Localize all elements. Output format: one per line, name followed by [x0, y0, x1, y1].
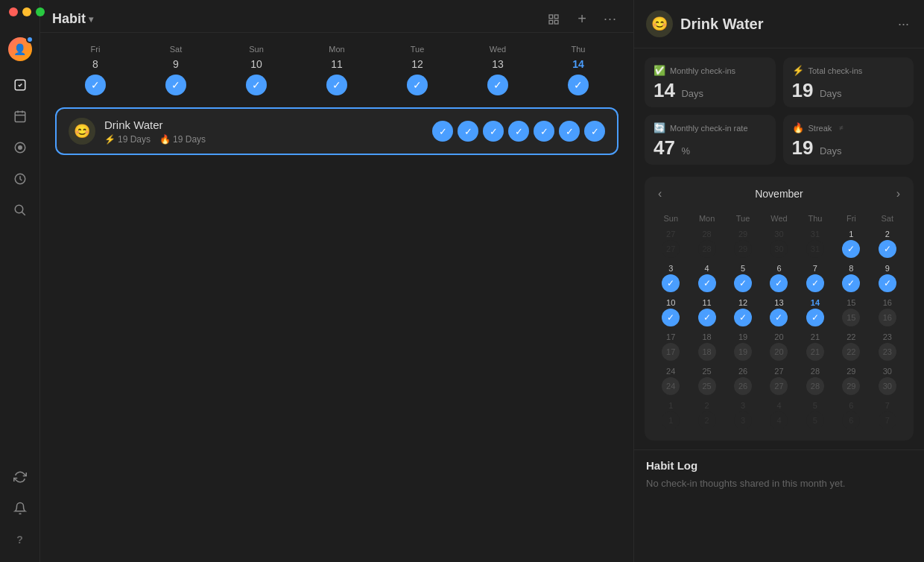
calendar-check-dot: ✓ — [734, 274, 752, 292]
sidebar-item-bell[interactable] — [7, 495, 34, 522]
calendar-day[interactable]: 4✓ — [689, 262, 724, 294]
more-options-button[interactable]: ··· — [599, 8, 621, 31]
streak-days-value: 19 — [792, 136, 814, 159]
right-panel: 😊 Drink Water ··· ✅ Monthly check-ins 14… — [633, 0, 924, 562]
check-circle-icon: ✅ — [654, 65, 665, 76]
calendar-day[interactable]: 77 — [870, 399, 905, 432]
stat-card-total-checkins: ⚡ Total check-ins 19 Days — [783, 57, 914, 107]
maximize-button[interactable] — [36, 7, 45, 16]
stat-value-monthly: 14 Days — [654, 80, 767, 100]
day-label: Mon — [329, 45, 344, 54]
close-button[interactable] — [9, 7, 18, 16]
habit-info: Drink Water ⚡ 19 Days 🔥 19 Days — [104, 119, 423, 145]
sidebar-item-calendar[interactable] — [7, 103, 34, 130]
habit-day-check[interactable]: ✓ — [559, 121, 580, 142]
calendar-day[interactable]: 8✓ — [834, 262, 868, 294]
day-column: Sun 10 ✓ — [216, 45, 297, 95]
calendar-day[interactable]: 2929 — [726, 227, 760, 260]
add-button[interactable]: + — [571, 8, 593, 31]
habit-item-drink-water[interactable]: 😊 Drink Water ⚡ 19 Days 🔥 19 Days ✓✓✓✓✓✓… — [55, 107, 618, 155]
habit-day-check[interactable]: ✓ — [584, 121, 605, 142]
sidebar-item-help[interactable]: ? — [7, 526, 34, 553]
calendar-day[interactable]: 44 — [762, 399, 796, 432]
calendar-day[interactable]: 2525 — [689, 364, 724, 397]
calendar-day[interactable]: 2626 — [726, 364, 760, 397]
day-check[interactable]: ✓ — [487, 75, 508, 95]
calendar-day[interactable]: 6✓ — [762, 262, 796, 294]
calendar-day[interactable]: 5✓ — [726, 262, 760, 294]
right-panel-more-button[interactable]: ··· — [895, 13, 912, 35]
calendar-day[interactable]: 2828 — [689, 227, 724, 260]
minimize-button[interactable] — [22, 7, 31, 16]
habit-day-check[interactable]: ✓ — [534, 121, 554, 142]
calendar-day[interactable]: 2020 — [762, 330, 796, 363]
calendar-day[interactable]: 2222 — [834, 330, 868, 363]
calendar-day[interactable]: 1818 — [689, 330, 724, 363]
calendar-day[interactable]: 55 — [798, 399, 832, 432]
calendar-day[interactable]: 33 — [726, 399, 760, 432]
calendar-empty-dot: 25 — [698, 377, 716, 395]
calendar-day[interactable]: 2727 — [654, 227, 688, 260]
calendar-day-number: 15 — [847, 298, 855, 307]
stat-card-checkin-rate: 🔄 Monthly check-in rate 47 % — [645, 115, 776, 165]
calendar-day[interactable]: 2727 — [762, 364, 796, 397]
calendar-empty-dot: 21 — [806, 343, 824, 361]
day-check[interactable]: ✓ — [568, 75, 589, 95]
calendar-day[interactable]: 2929 — [834, 364, 868, 397]
day-check[interactable]: ✓ — [246, 75, 267, 95]
calendar-day[interactable]: 1717 — [654, 330, 688, 363]
calendar-day[interactable]: 1919 — [726, 330, 760, 363]
avatar[interactable]: 👤 — [8, 37, 32, 61]
sidebar-item-refresh[interactable] — [7, 464, 34, 490]
calendar-check-dot: ✓ — [698, 274, 716, 292]
calendar-day[interactable]: 66 — [834, 399, 868, 432]
calendar-header: ‹ November › — [654, 186, 905, 202]
day-label: Sun — [249, 45, 264, 54]
calendar-day[interactable]: 3131 — [798, 227, 832, 260]
calendar-day[interactable]: 3030 — [870, 364, 905, 397]
calendar-day-number: 25 — [703, 367, 712, 376]
calendar-day[interactable]: 3✓ — [654, 262, 688, 294]
habit-day-check[interactable]: ✓ — [432, 121, 453, 142]
calendar-day[interactable]: 13✓ — [762, 296, 796, 329]
sidebar-item-clock[interactable] — [7, 165, 34, 192]
calendar-day[interactable]: 14✓ — [798, 296, 832, 329]
sidebar-item-checkbox[interactable] — [7, 72, 34, 98]
habit-day-check[interactable]: ✓ — [458, 121, 478, 142]
svg-line-9 — [22, 212, 25, 215]
calendar-next-button[interactable]: › — [892, 186, 905, 202]
calendar-day[interactable]: 2121 — [798, 330, 832, 363]
calendar-day[interactable]: 7✓ — [798, 262, 832, 294]
day-check[interactable]: ✓ — [407, 75, 428, 95]
habit-total-days: 19 Days — [118, 134, 151, 145]
calendar-day-number: 27 — [666, 230, 675, 239]
calendar-day[interactable]: 1✓ — [834, 227, 868, 260]
stat-value-streak: 19 Days — [792, 138, 905, 157]
grid-view-button[interactable] — [542, 8, 565, 31]
sidebar-item-search[interactable] — [7, 197, 34, 224]
day-check[interactable]: ✓ — [165, 75, 186, 95]
calendar-day[interactable]: 2828 — [798, 364, 832, 397]
habit-day-check[interactable]: ✓ — [483, 121, 504, 142]
calendar-day-number: 16 — [883, 298, 892, 307]
calendar-day[interactable]: 1515 — [834, 296, 868, 329]
calendar-day-number: 29 — [738, 230, 747, 239]
day-column: Fri 8 ✓ — [55, 45, 136, 95]
calendar-day[interactable]: 1616 — [870, 296, 905, 329]
calendar-day[interactable]: 9✓ — [870, 262, 905, 294]
calendar-day[interactable]: 2✓ — [870, 227, 905, 260]
sidebar-item-circle[interactable] — [7, 134, 34, 161]
calendar-day[interactable]: 12✓ — [726, 296, 760, 329]
calendar-day[interactable]: 2323 — [870, 330, 905, 363]
calendar-day[interactable]: 11 — [654, 399, 688, 432]
calendar-day[interactable]: 3030 — [762, 227, 796, 260]
calendar-day[interactable]: 22 — [689, 399, 724, 432]
habit-day-check[interactable]: ✓ — [508, 121, 529, 142]
calendar-day[interactable]: 11✓ — [689, 296, 724, 329]
day-check[interactable]: ✓ — [326, 75, 347, 95]
calendar-empty-dot: 4 — [770, 411, 788, 429]
calendar-prev-button[interactable]: ‹ — [654, 186, 666, 202]
calendar-day[interactable]: 2424 — [654, 364, 688, 397]
day-check[interactable]: ✓ — [85, 75, 106, 95]
calendar-day[interactable]: 10✓ — [654, 296, 688, 329]
